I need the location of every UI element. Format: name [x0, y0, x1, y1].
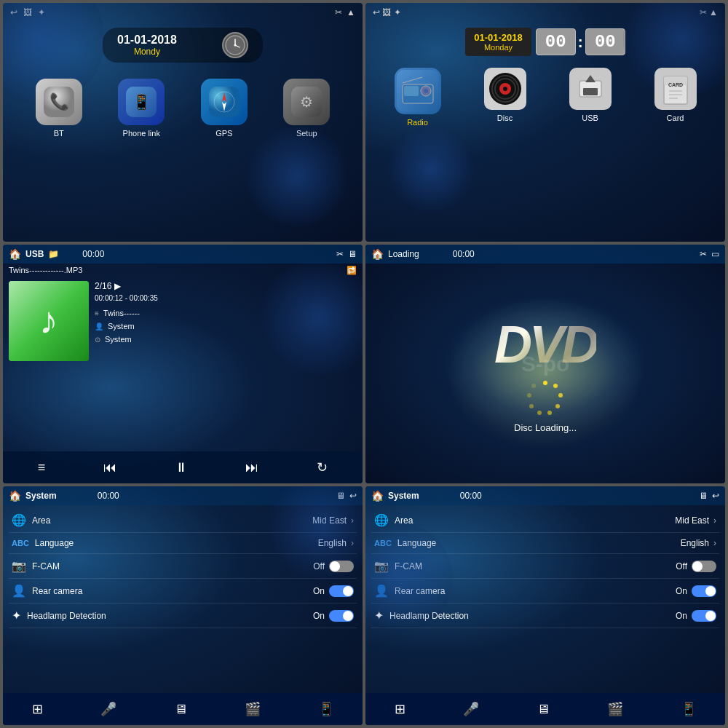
image-icon[interactable]: 🖼	[23, 7, 32, 17]
screen-icon4[interactable]: ▭	[711, 249, 719, 259]
app-usb[interactable]: USB	[569, 68, 612, 127]
setting-fcam-left[interactable]: 📷 F-CAM Off	[9, 554, 357, 579]
playlist-item-2-text: System	[108, 322, 135, 331]
area-label-left: Area	[32, 515, 50, 526]
nav-mic-right[interactable]: 🎤	[463, 701, 479, 717]
panel1-topbar: ↩ 🖼 ✦ ✂ ▲	[3, 3, 363, 22]
repeat-icon[interactable]: 🔁	[347, 266, 357, 275]
setting-rear-right[interactable]: 👤 Rear camera On	[371, 579, 719, 604]
setting-headlamp-right[interactable]: ✦ Headlamp Detection On	[371, 604, 719, 628]
fcam-value-right: Off	[676, 561, 687, 571]
setting-headlamp-left[interactable]: ✦ Headlamp Detection On	[9, 604, 357, 628]
up-icon[interactable]: ▲	[347, 7, 355, 17]
rear-value-left: On	[313, 586, 325, 596]
panel4-time: 00:00	[453, 249, 475, 259]
repeat-btn[interactable]: ↻	[317, 459, 328, 475]
headlamp-value-right: On	[676, 611, 687, 621]
panel3-content: ♪ 2/16 ▶ 00:00:12 - 00:00:35 ≡ Twins--	[3, 277, 363, 365]
nav-media-right[interactable]: 🎬	[607, 701, 623, 717]
phone-link-icon: 📱	[118, 79, 165, 125]
home-icon5[interactable]: 🏠	[9, 490, 21, 502]
headlamp-toggle-right[interactable]	[692, 610, 716, 622]
brightness-icon[interactable]: ✦	[38, 7, 45, 17]
setting-area-left[interactable]: 🌐 Area Mid East ›	[9, 508, 357, 533]
home-icon4[interactable]: 🏠	[371, 248, 384, 260]
fcam-value-left: Off	[313, 561, 325, 571]
playlist-item-3[interactable]: ⊙ System	[95, 333, 357, 346]
panel4-topbar: 🏠 Loading 00:00 ✂ ▭	[365, 245, 725, 264]
bt-icon: 📞	[36, 79, 82, 125]
nav-home-right[interactable]: ⊞	[395, 701, 405, 717]
rear-icon-right: 👤	[374, 584, 389, 598]
back-icon5[interactable]: ↩	[349, 491, 357, 501]
app-usb-label: USB	[582, 114, 598, 122]
setting-fcam-right[interactable]: 📷 F-CAM Off	[371, 554, 719, 579]
app-bt[interactable]: 📞 BT	[36, 79, 82, 138]
setting-rear-left[interactable]: 👤 Rear camera On	[9, 579, 357, 604]
home-icon6[interactable]: 🏠	[371, 490, 384, 502]
nav-home-left[interactable]: ⊞	[32, 701, 43, 717]
screen-icon5[interactable]: 🖥	[336, 491, 345, 501]
app-gps[interactable]: GPS	[201, 79, 248, 138]
up-icon2[interactable]: ▲	[709, 7, 718, 17]
home-icon3[interactable]: 🏠	[9, 248, 21, 260]
fcam-toggle-left[interactable]	[329, 561, 354, 572]
nav-mic-left[interactable]: 🎤	[100, 701, 116, 717]
app-setup[interactable]: ⚙ Setup	[283, 79, 330, 138]
back-icon6[interactable]: ↩	[712, 491, 719, 501]
app-radio[interactable]: Radio	[395, 68, 441, 127]
setting-language-right[interactable]: ABC Language English ›	[371, 533, 719, 554]
app-disc-label: Disc	[497, 114, 513, 122]
panel3-time: 00:00	[82, 249, 104, 259]
panel1-apps: 📞 BT 📱	[3, 71, 363, 145]
fcam-label-left: F-CAM	[32, 561, 60, 571]
lang-value-right: English	[681, 538, 709, 548]
settings-icon4[interactable]: ✂	[700, 249, 707, 259]
setup-icon: ⚙	[283, 79, 330, 125]
playlist-item-2[interactable]: 👤 System	[95, 320, 357, 333]
nav-phone-left[interactable]: 📱	[318, 701, 334, 717]
panel5-topbar: 🏠 System 00:00 🖥 ↩	[3, 486, 363, 505]
svg-text:CARD: CARD	[668, 82, 682, 87]
svg-text:📞: 📞	[49, 92, 69, 111]
image-icon2[interactable]: 🖼	[382, 7, 391, 17]
headlamp-value-left: On	[313, 611, 325, 621]
screen-icon6[interactable]: 🖥	[699, 491, 708, 501]
back-icon2[interactable]: ↩	[373, 7, 380, 17]
prev-btn[interactable]: ⏮	[103, 460, 116, 475]
nav-media-left[interactable]: 🎬	[245, 701, 261, 717]
setting-language-left[interactable]: ABC Language English ›	[9, 533, 357, 554]
settings-icon2[interactable]: ✂	[700, 7, 707, 17]
area-value-right: Mid East	[675, 515, 709, 526]
play-pause-btn[interactable]: ⏸	[175, 460, 188, 475]
panel3-title: USB	[25, 249, 44, 259]
setting-area-right[interactable]: 🌐 Area Mid East ›	[371, 508, 719, 533]
settings-icon3[interactable]: ✂	[336, 249, 344, 259]
lang-arrow-left: ›	[351, 538, 354, 548]
app-phone-link[interactable]: 📱 Phone link	[118, 79, 165, 138]
folder-icon3: 📁	[48, 249, 59, 259]
app-phone-link-label: Phone link	[123, 129, 160, 138]
nav-phone-right[interactable]: 📱	[681, 701, 697, 717]
app-card[interactable]: CARD Card	[654, 68, 697, 127]
rear-toggle-left[interactable]	[329, 585, 354, 597]
flip-date: 01-01-2018 Monday	[465, 28, 531, 56]
panel-system-right: 🏠 System 00:00 🖥 ↩ 🌐 Area Mid East ›	[365, 486, 725, 725]
lang-arrow-right: ›	[713, 538, 716, 548]
app-disc[interactable]: Disc	[484, 68, 526, 127]
rear-label-left: Rear camera	[32, 586, 82, 596]
headlamp-toggle-left[interactable]	[329, 610, 354, 622]
nav-screen-left[interactable]: 🖥	[174, 702, 187, 717]
nav-screen-right[interactable]: 🖥	[537, 702, 550, 717]
brightness-icon2[interactable]: ✦	[394, 7, 401, 17]
clock-icon	[222, 32, 248, 58]
playlist-btn[interactable]: ≡	[38, 460, 46, 475]
screen-icon3[interactable]: 🖥	[348, 249, 357, 259]
app-bt-label: BT	[54, 129, 64, 138]
back-icon[interactable]: ↩	[10, 7, 17, 17]
next-btn[interactable]: ⏭	[245, 460, 258, 475]
playlist-item-1[interactable]: ≡ Twins------	[95, 306, 357, 320]
settings-icon[interactable]: ✂	[335, 7, 342, 17]
fcam-toggle-right[interactable]	[692, 561, 716, 572]
rear-toggle-right[interactable]	[692, 585, 716, 597]
